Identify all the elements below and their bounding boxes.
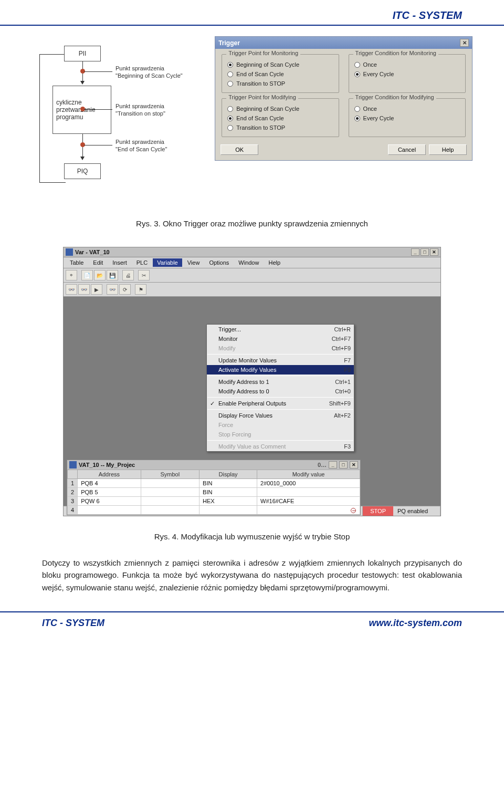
toolbar-glasses-icon[interactable]: 👓 [66,284,77,295]
vat-window: Var - VAT_10 _ □ ✕ TableEditInsertPLCVar… [63,247,441,516]
table-row[interactable]: 1PQB 4BIN2#0010_0000 [68,479,360,488]
cell-addr[interactable]: PQB 5 [78,488,141,497]
menuitem-modify-address-to-0[interactable]: Modify Address to 0Ctrl+0 [207,387,354,396]
body-text: Dotyczy to wszystkich zmiennych z pamięc… [0,546,504,605]
scan-label-end: Punkt sprawdzenia "End of Scan Cycle" [116,138,167,153]
radio-point-mon-2[interactable]: Transition to STOP [227,79,333,88]
group-point-modifying: Trigger Point for Modifying Beginning of… [222,98,339,137]
page-footer: ITC - SYSTEM www.itc-system.com [0,611,504,634]
toolbar-modify-icon[interactable]: ⟳ [119,284,131,295]
inner-minimize-icon[interactable]: _ [329,461,337,469]
menu-variable[interactable]: Variable [153,258,182,267]
menu-plc[interactable]: PLC [132,258,152,267]
menuitem-enable-peripheral-outputs[interactable]: Enable Peripheral OutputsShift+F9 [207,399,354,408]
cell-sym[interactable] [141,488,199,497]
cell-sym[interactable] [141,497,199,506]
cell-addr[interactable]: PQB 4 [78,479,141,488]
menuitem-activate-modify-values[interactable]: Activate Modify ValuesF9 [207,365,354,374]
trigger-titlebar: Trigger ✕ [215,37,472,49]
cell-n[interactable]: 4 [68,506,78,515]
radio-point-mod-2[interactable]: Transition to STOP [227,123,333,132]
group-cond-modifying: Trigger Condition for Modifying Once Eve… [349,98,466,137]
cell-n[interactable]: 2 [68,488,78,497]
menuitem-display-force-values[interactable]: Display Force ValuesAlt+F2 [207,411,354,420]
radio-cond-mon-0[interactable]: Once [354,60,460,69]
inner-close-icon[interactable]: ✕ [350,461,358,469]
toolbar-print-icon[interactable]: 🖨 [122,270,134,280]
table-row[interactable]: 3PQW 6HEXW#16#CAFE [68,497,360,506]
minimize-icon[interactable]: _ [411,248,419,256]
toolbar-new-icon[interactable]: 📄 [81,270,93,280]
close-icon[interactable]: ✕ [460,39,469,47]
radio-point-mod-0[interactable]: Beginning of Scan Cycle [227,104,333,113]
piq-box: PIQ [64,163,101,179]
column-header[interactable]: Modify value [257,470,360,479]
menu-edit[interactable]: Edit [89,258,107,267]
toolbar-glasses3-icon[interactable]: 👓 [107,284,118,295]
cell-mod[interactable] [257,506,360,515]
cell-mod[interactable]: W#16#CAFE [257,497,360,506]
menu-insert[interactable]: Insert [108,258,131,267]
menuitem-monitor[interactable]: MonitorCtrl+F7 [207,334,354,343]
toolbar-monitor-icon[interactable]: ▶ [91,284,102,295]
cell-addr[interactable] [78,506,141,515]
toolbar-2: 👓 👓 ▶ 👓 ⟳ ⚑ [64,283,440,297]
footer-right: www.itc-system.com [369,618,462,629]
cancel-button[interactable]: Cancel [388,144,426,155]
help-button[interactable]: Help [429,144,467,155]
cell-disp[interactable]: BIN [200,488,257,497]
menu-options[interactable]: Options [205,258,233,267]
status-stop: STOP [363,506,393,516]
trigger-title-text: Trigger [218,39,240,47]
ok-button[interactable]: OK [220,144,258,155]
close-icon[interactable]: ✕ [430,248,438,256]
menuitem-modify-address-to-1[interactable]: Modify Address to 1Ctrl+1 [207,377,354,387]
menu-table[interactable]: Table [66,258,88,267]
radio-cond-mod-0[interactable]: Once [354,104,460,113]
menuitem-modify: ModifyCtrl+F9 [207,343,354,353]
maximize-icon[interactable]: □ [421,248,429,256]
toolbar-cut-icon[interactable]: ✂ [138,270,150,280]
radio-cond-mod-1[interactable]: Every Cycle [354,113,460,123]
table-row[interactable]: 2PQB 5BIN [68,488,360,497]
menu-view[interactable]: View [183,258,204,267]
inner-maximize-icon[interactable]: □ [339,461,348,469]
radio-cond-mon-1[interactable]: Every Cycle [354,69,460,79]
body-paragraph-1: Dotyczy to wszystkich zmiennych z pamięc… [42,557,462,594]
column-header[interactable]: Display [200,470,257,479]
cell-disp[interactable]: BIN [200,479,257,488]
cell-n[interactable]: 3 [68,497,78,506]
menuitem-trigger-[interactable]: Trigger...Ctrl+R [207,325,354,334]
menuitem-modify-value-as-comment: Modify Value as CommentF3 [207,442,354,451]
radio-point-mod-1[interactable]: End of Scan Cycle [227,113,333,123]
cell-mod[interactable]: 2#0010_0000 [257,479,360,488]
column-header[interactable]: Address [78,470,141,479]
toolbar-save-icon[interactable]: 💾 [107,270,118,280]
toolbar-flag-icon[interactable]: ⚑ [135,284,146,295]
menuitem-force: Force [207,420,354,430]
cell-mod[interactable] [257,488,360,497]
table-row[interactable]: 4 [68,506,360,515]
page-header: ITC - SYSTEM [0,0,504,26]
figure-3-row: PII cykliczne przetwarzanie programu PIQ… [0,36,504,204]
variable-menu-dropdown: Trigger...Ctrl+RMonitorCtrl+F7ModifyCtrl… [206,324,354,452]
radio-point-mon-0[interactable]: Beginning of Scan Cycle [227,60,333,69]
radio-point-mon-1[interactable]: End of Scan Cycle [227,69,333,79]
column-header[interactable] [68,470,78,479]
cell-addr[interactable]: PQW 6 [78,497,141,506]
toolbar-glasses2-icon[interactable]: 👓 [78,284,90,295]
cell-sym[interactable] [141,479,199,488]
cell-sym[interactable] [141,506,199,515]
cell-n[interactable]: 1 [68,479,78,488]
menu-window[interactable]: Window [234,258,263,267]
menubar: TableEditInsertPLCVariableViewOptionsWin… [64,257,440,268]
toolbar-pin-icon[interactable]: ⌖ [66,270,77,280]
cell-disp[interactable]: HEX [200,497,257,506]
menu-help[interactable]: Help [264,258,285,267]
column-header[interactable]: Symbol [141,470,199,479]
toolbar-open-icon[interactable]: 📂 [94,270,106,280]
cell-disp[interactable] [200,506,257,515]
menuitem-update-monitor-values[interactable]: Update Monitor ValuesF7 [207,356,354,365]
inner-app-icon [69,461,77,469]
footer-left: ITC - SYSTEM [42,618,104,629]
